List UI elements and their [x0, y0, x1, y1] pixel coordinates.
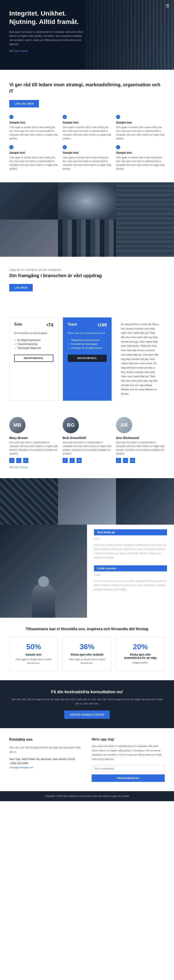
signup-text: Duis aute irure dolor in reprehenderit i… [92, 744, 165, 761]
team-bio-3: Duis aute irure dolor in reprehenderit i… [116, 441, 165, 456]
pricing-feature-team-3: Lösningar för att hjälpa teamet [68, 346, 107, 350]
email-input[interactable] [92, 765, 165, 772]
feature-text-3: Click again or double click to start edi… [116, 126, 165, 140]
team-initials-2: BG [67, 422, 75, 428]
features-grid: Sample text. Click again or double click… [9, 115, 165, 171]
feature-title-5: Sample text. [63, 151, 111, 154]
feature-title-1: Sample text. [9, 121, 58, 124]
social-fb-3[interactable]: f [116, 458, 121, 463]
email-link[interactable]: name@example.com [9, 766, 33, 769]
team-avatar-1: MB [9, 417, 25, 433]
feature-text-2: Click again or double click to start edi… [63, 126, 111, 140]
feature-title-3: Sample text. [116, 121, 165, 124]
person-head [38, 576, 49, 587]
strategy-section: Vi ger råd till ledare inom strategi, ma… [0, 70, 174, 182]
mission-title: Din framgång i branschen är vårt uppdrag [9, 273, 165, 278]
stat-card-1: 50% Sample text. Click again or double c… [9, 637, 58, 671]
contact-phone: +(305) 556-9999 [9, 762, 82, 765]
mission-section: Lägg till en hastighet på din webbplats … [0, 257, 174, 310]
social-tw-2[interactable]: t [70, 458, 75, 463]
hamburger-icon[interactable]: ☰ [166, 3, 169, 8]
hero-link[interactable]: Bild från Freepik [9, 49, 28, 52]
social-links-3: f t in [116, 458, 165, 463]
social-tw-1[interactable]: t [16, 458, 21, 463]
social-in-1[interactable]: in [23, 458, 28, 463]
feature-icon-3 [116, 115, 120, 119]
pricing-price-solo: $74 [47, 322, 53, 328]
subscribe-button[interactable]: PRENUMERERA [92, 775, 165, 782]
social-fb-2[interactable]: f [63, 458, 68, 463]
feature-title-6: Sample text. [116, 151, 165, 154]
contact-right: Skriv upp mig! Duis aute irure dolor in … [92, 737, 165, 782]
stat-card-3: 20% Klicka igen eller dubbelklicka för a… [116, 637, 165, 671]
testimonial-name-1: Paul Hude på [94, 529, 167, 535]
consult-section: Få din kostnadsfria konsultation nu! Ute… [0, 680, 174, 728]
pricing-desc-team: Bästa valet för ett lag oavsett storlek [68, 331, 107, 335]
contact-title: Kontakta oss [9, 737, 82, 741]
testimonial-text-2: Lorem ipsum dolor sit amet, consectetur … [94, 579, 167, 592]
team-member-1: MB Mary Brown Duis aute irure dolor in r… [9, 417, 58, 463]
pricing-right-text: Du idag behöver modet att hitta a hus. A… [116, 317, 165, 401]
stat-label-2: Klicka igen eller dubbelk [68, 653, 106, 656]
testimonials-section: Paul Hude på GEO Lorem ipsum dolor sit a… [0, 525, 174, 618]
testimonial-role-2: Chef [94, 574, 167, 576]
team-grid: MB Mary Brown Duis aute irure dolor in r… [9, 417, 165, 463]
signup-title: Skriv upp mig! [92, 737, 165, 741]
stats-section: Tillsammans kan vi föreställa oss, inspi… [0, 618, 174, 680]
pricing-btn-team[interactable]: Inkopsmodul [68, 355, 107, 362]
pricing-feature-solo-2: Finansiell planering [14, 342, 53, 346]
learn-more-button[interactable]: LÄR DIG MER [9, 100, 39, 107]
stat-label-1: Sample text. [15, 653, 52, 656]
testimonial-2: Linda Larsson Chef Lorem ipsum dolor sit… [94, 565, 167, 592]
pricing-section: Solo $74 Din finansiella och teknologipl… [0, 310, 174, 408]
social-links-2: f t in [63, 458, 111, 463]
feature-item-2: Sample text. Click again or double click… [63, 115, 111, 140]
consult-text: Uter uter uter. Det formag kommer all sl… [9, 697, 165, 706]
contact-address: New York, 4456 Parker Rd. Allentown, New… [9, 758, 82, 760]
pricing-card-solo: Solo $74 Din finansiella och teknologipl… [9, 317, 58, 401]
team-name-2: Bob Greenfield [63, 436, 111, 440]
stat-number-1: 50% [15, 643, 52, 651]
currency-icon-team: $ [97, 323, 99, 326]
feature-item-3: Sample text. Click again or double click… [116, 115, 165, 140]
hero-section: Integritet. Unikhet. Njutning. Alltid fr… [0, 0, 174, 70]
feature-icon-6 [116, 145, 120, 149]
pricing-name-team: Team [68, 322, 77, 326]
consult-title: Få din kostnadsfria konsultation nu! [9, 689, 165, 694]
contact-body: Uter uter uter. Det formag kommer all sl… [9, 745, 82, 754]
team-section: MB Mary Brown Duis aute irure dolor in r… [0, 408, 174, 478]
pricing-btn-solo[interactable]: Inkopsmodul [14, 355, 53, 362]
feature-icon-2 [63, 115, 67, 119]
social-fb-1[interactable]: f [9, 458, 14, 463]
testimonial-text-1: Lorem ipsum dolor sit amet, consectetur … [94, 543, 167, 560]
feature-text-6: Click again or double click to start edi… [116, 156, 165, 171]
pricing-feature-team-2: Finansiell och teknologisk [68, 342, 107, 346]
stat-label-3: Klicka igen eller dubbelklicka för att v… [122, 653, 159, 660]
photo-cell-3 [116, 182, 174, 257]
team-avatar-3: AR [116, 417, 132, 433]
phone-label: +(305) 556-9999 [9, 762, 28, 765]
team-name-3: Ann Richmond [116, 436, 165, 440]
stat-text-2: Click again or double click to select th… [68, 658, 106, 665]
team-footer-link[interactable]: Bild från Freepik [9, 466, 28, 469]
social-in-2[interactable]: in [77, 458, 82, 463]
stat-number-2: 36% [68, 643, 106, 651]
social-tw-3[interactable]: t [123, 458, 128, 463]
pricing-features-team: Obegränsad antal sessioner Finansiell oc… [68, 338, 107, 350]
footer: Copyright © 2023 Alla rättigheter reserv… [0, 791, 174, 801]
feature-title-2: Sample text. [63, 121, 111, 124]
mission-btn[interactable]: LÄS MER [9, 284, 33, 291]
feature-text-4: Click again or double click to start edi… [9, 156, 58, 171]
pricing-card-team: Team $199 Bästa valet för ett lag oavset… [63, 317, 112, 401]
feature-icon-5 [63, 145, 67, 149]
team-name-1: Mary Brown [9, 436, 58, 440]
contact-section: Kontakta oss Uter uter uter. Det formag … [0, 728, 174, 791]
mission-subtitle: Lägg till en hastighet på din webbplats [9, 268, 165, 271]
pricing-feature-solo-3: Teknologisk rådgivning [14, 346, 53, 350]
stats-title: Tillsammans kan vi föreställa oss, inspi… [9, 627, 165, 631]
stats-grid: 50% Sample text. Click again or double c… [9, 637, 165, 671]
consult-button[interactable]: GRATIS KONSULTATION [64, 711, 110, 719]
team-member-2: BG Bob Greenfield Duis aute irure dolor … [63, 417, 111, 463]
social-in-3[interactable]: in [130, 458, 135, 463]
team-bio-1: Duis aute irure dolor in reprehenderit i… [9, 441, 58, 456]
